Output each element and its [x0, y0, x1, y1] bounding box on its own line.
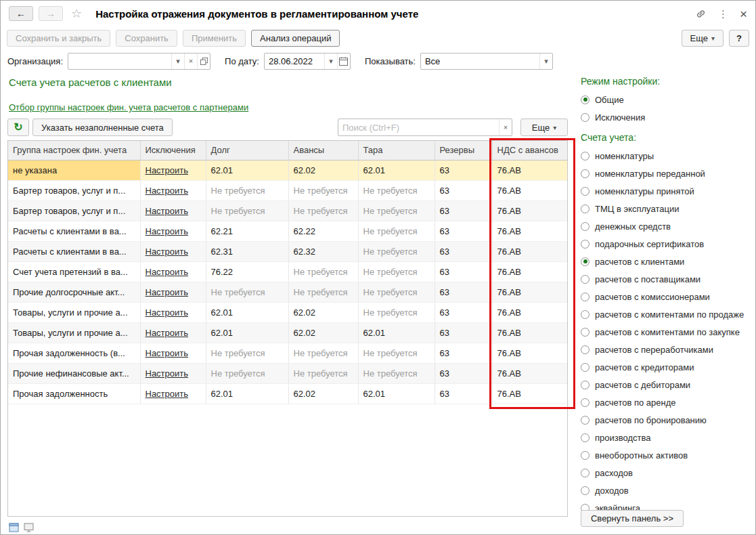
filter-settings-link[interactable]: Отбор группы настроек фин. учета расчето… — [9, 102, 248, 112]
cell-reserves[interactable]: 63 — [435, 200, 492, 221]
more-button[interactable]: Еще ▾ — [682, 30, 724, 47]
cell-tare[interactable]: Не требуется — [358, 241, 435, 261]
cell-reserves[interactable]: 63 — [435, 261, 492, 282]
radio-option[interactable]: номенклатуры — [577, 147, 753, 165]
save-button[interactable]: Сохранить — [116, 30, 177, 47]
cell-debt[interactable]: Не требуется — [206, 200, 288, 221]
date-input[interactable] — [265, 53, 324, 69]
table-row[interactable]: Счет учета претензий в ва...Настроить76.… — [8, 261, 568, 282]
cell-reserves[interactable]: 63 — [435, 180, 492, 200]
cell-vat[interactable]: 76.АВ — [492, 302, 568, 322]
cell-tare[interactable]: 62.01 — [358, 322, 435, 343]
cell-group[interactable]: Расчеты с клиентами в ва... — [8, 241, 140, 261]
radio-option[interactable]: расчетов с комитентами по продаже — [577, 305, 753, 323]
cell-tare[interactable]: Не требуется — [358, 363, 435, 383]
cell-exceptions[interactable]: Настроить — [140, 322, 206, 343]
radio-option[interactable]: номенклатуры переданной — [577, 165, 753, 182]
cell-vat[interactable]: 76.АВ — [492, 221, 568, 241]
cell-group[interactable]: Прочие долгосрочные акт... — [8, 282, 140, 302]
column-header-group[interactable]: Группа настроек фин. учета — [8, 141, 140, 160]
chevron-down-icon[interactable]: ▾ — [171, 53, 184, 69]
radio-option[interactable]: Общие — [577, 91, 753, 108]
table-row[interactable]: Расчеты с клиентами в ва...Настроить62.3… — [8, 241, 568, 261]
cell-exceptions[interactable]: Настроить — [140, 383, 206, 404]
radio-option[interactable]: ТМЦ в эксплуатации — [577, 200, 753, 217]
cell-advances[interactable]: Не требуется — [288, 343, 358, 363]
radio-option[interactable]: денежных средств — [577, 217, 753, 235]
cell-reserves[interactable]: 63 — [435, 241, 492, 261]
cell-advances[interactable]: Не требуется — [288, 200, 358, 221]
cell-debt[interactable]: 62.21 — [206, 221, 288, 241]
configure-link[interactable]: Настроить — [146, 247, 189, 257]
cell-advances[interactable]: 62.02 — [288, 322, 358, 343]
monitor-icon[interactable] — [24, 523, 34, 532]
cell-exceptions[interactable]: Настроить — [140, 343, 206, 363]
cell-tare[interactable]: Не требуется — [358, 180, 435, 200]
cell-reserves[interactable]: 63 — [435, 160, 492, 180]
column-header-tare[interactable]: Тара — [358, 141, 435, 160]
cell-vat[interactable]: 76.АВ — [492, 200, 568, 221]
radio-option[interactable]: Исключения — [577, 108, 753, 126]
organization-input[interactable] — [68, 53, 171, 69]
cell-group[interactable]: Расчеты с клиентами в ва... — [8, 221, 140, 241]
cell-exceptions[interactable]: Настроить — [140, 282, 206, 302]
configure-link[interactable]: Настроить — [146, 348, 189, 358]
cell-tare[interactable]: Не требуется — [358, 221, 435, 241]
cell-vat[interactable]: 76.АВ — [492, 363, 568, 383]
column-header-vat[interactable]: НДС с авансов — [492, 141, 568, 160]
table-row[interactable]: Бартер товаров, услуг и п...НастроитьНе … — [8, 200, 568, 221]
back-button[interactable]: ← — [9, 6, 33, 21]
cell-group[interactable]: Прочие нефинансовые акт... — [8, 363, 140, 383]
get-link-icon[interactable] — [695, 8, 707, 20]
cell-group[interactable]: не указана — [8, 160, 140, 180]
close-icon[interactable]: × — [740, 7, 747, 20]
cell-reserves[interactable]: 63 — [435, 302, 492, 322]
radio-option[interactable]: доходов — [577, 481, 753, 499]
radio-option[interactable]: расчетов с комиссионерами — [577, 288, 753, 305]
kebab-menu-icon[interactable]: ⋮ — [718, 9, 728, 19]
configure-link[interactable]: Настроить — [146, 328, 189, 338]
chevron-down-icon[interactable]: ▾ — [539, 53, 552, 69]
cell-tare[interactable]: Не требуется — [358, 282, 435, 302]
cell-exceptions[interactable]: Настроить — [140, 200, 206, 221]
cell-tare[interactable]: Не требуется — [358, 261, 435, 282]
configure-link[interactable]: Настроить — [146, 368, 189, 379]
window-icon[interactable] — [9, 523, 19, 532]
column-header-reserves[interactable]: Резервы — [435, 141, 492, 160]
cell-vat[interactable]: 76.АВ — [492, 343, 568, 363]
cell-advances[interactable]: Не требуется — [288, 180, 358, 200]
radio-option[interactable]: расходов — [577, 464, 753, 481]
cell-exceptions[interactable]: Настроить — [140, 302, 206, 322]
open-picker-icon[interactable] — [197, 53, 210, 69]
cell-debt[interactable]: Не требуется — [206, 282, 288, 302]
cell-exceptions[interactable]: Настроить — [140, 221, 206, 241]
configure-link[interactable]: Настроить — [146, 186, 189, 196]
configure-link[interactable]: Настроить — [146, 389, 189, 399]
cell-debt[interactable]: Не требуется — [206, 180, 288, 200]
cell-debt[interactable]: 62.01 — [206, 302, 288, 322]
configure-link[interactable]: Настроить — [146, 307, 189, 318]
cell-vat[interactable]: 76.АВ — [492, 160, 568, 180]
cell-reserves[interactable]: 63 — [435, 363, 492, 383]
cell-group[interactable]: Счет учета претензий в ва... — [8, 261, 140, 282]
table-row[interactable]: Прочие долгосрочные акт...НастроитьНе тр… — [8, 282, 568, 302]
radio-option[interactable]: расчетов по бронированию — [577, 411, 753, 429]
cell-reserves[interactable]: 63 — [435, 282, 492, 302]
cell-group[interactable]: Товары, услуги и прочие а... — [8, 302, 140, 322]
clear-icon[interactable]: × — [184, 53, 197, 69]
forward-button[interactable]: → — [39, 6, 63, 21]
show-input[interactable] — [421, 53, 539, 69]
cell-group[interactable]: Прочая задолженность (в... — [8, 343, 140, 363]
cell-debt[interactable]: 62.31 — [206, 241, 288, 261]
table-row[interactable]: Прочие нефинансовые акт...НастроитьНе тр… — [8, 363, 568, 383]
cell-tare[interactable]: Не требуется — [358, 200, 435, 221]
cell-exceptions[interactable]: Настроить — [140, 241, 206, 261]
help-button[interactable]: ? — [729, 30, 749, 47]
configure-link[interactable]: Настроить — [146, 165, 189, 175]
cell-reserves[interactable]: 63 — [435, 322, 492, 343]
radio-option[interactable]: расчетов по аренде — [577, 393, 753, 411]
calendar-icon[interactable] — [337, 53, 350, 69]
table-row[interactable]: Прочая задолженность (в...НастроитьНе тр… — [8, 343, 568, 363]
cell-tare[interactable]: Не требуется — [358, 343, 435, 363]
fill-empty-accounts-button[interactable]: Указать незаполненные счета — [32, 119, 173, 136]
